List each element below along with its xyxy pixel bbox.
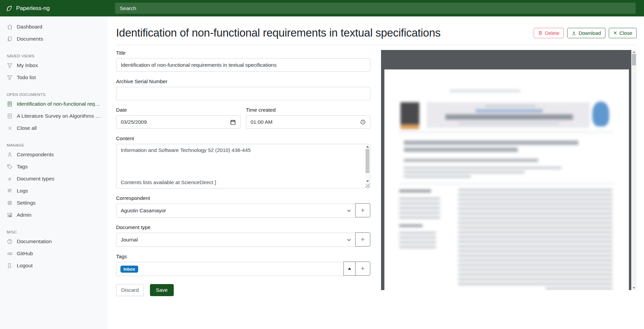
plus-icon: + — [361, 206, 365, 214]
hash-icon: # — [7, 176, 13, 182]
sidebar-item-dashboard[interactable]: Dashboard — [0, 21, 107, 33]
sidebar-item-label: Logout — [17, 263, 33, 269]
chevron-down-icon — [347, 239, 351, 241]
file-text-icon — [7, 101, 13, 107]
chevron-down-icon — [347, 210, 351, 212]
top-navbar: Paperless-ng — [0, 0, 644, 16]
clock-icon[interactable] — [360, 119, 366, 125]
discard-button[interactable]: Discard — [116, 284, 144, 296]
download-button[interactable]: Download — [567, 28, 605, 38]
close-icon — [7, 125, 13, 131]
asn-input[interactable] — [116, 87, 370, 100]
file-text-icon — [7, 113, 13, 119]
close-icon — [613, 31, 617, 35]
sidebar-item-label: GitHub — [17, 251, 33, 257]
publisher-logo — [592, 102, 609, 126]
preview-scroll-down-icon[interactable] — [633, 287, 635, 289]
sidebar-item-label: Tags — [17, 164, 28, 170]
sidebar-item-label: Documents — [17, 36, 43, 42]
add-document-type-button[interactable]: + — [355, 232, 370, 246]
scroll-up-arrow-icon[interactable] — [366, 146, 369, 148]
brand-link[interactable]: Paperless-ng — [0, 0, 113, 16]
sidebar-item-documents[interactable]: Documents — [0, 33, 107, 45]
main-content: Identification of non-functional require… — [107, 16, 644, 329]
sidebar-item-github[interactable]: GitHub — [0, 248, 107, 260]
sidebar-heading-saved-views: SAVED VIEWS — [0, 54, 107, 58]
sidebar-item-correspondents[interactable]: Correspondents — [0, 149, 107, 161]
add-correspondent-button[interactable]: + — [355, 203, 370, 217]
date-label: Date — [116, 107, 240, 113]
search-bar — [113, 0, 644, 16]
sidebar-item-open-document-2[interactable]: A Literature Survey on Algorithms for Mu… — [0, 110, 107, 122]
preview-scroll-up-icon[interactable] — [633, 51, 635, 53]
sidebar-item-label: My Inbox — [17, 62, 38, 68]
documents-icon — [7, 36, 13, 42]
gear-icon — [7, 200, 13, 206]
sidebar: Dashboard Documents SAVED VIEWS My Inbox… — [0, 16, 107, 329]
sidebar-item-logs[interactable]: Logs — [0, 185, 107, 197]
textarea-resize-grip[interactable] — [366, 184, 370, 188]
sidebar-item-logout[interactable]: Logout — [0, 260, 107, 272]
home-icon — [7, 24, 13, 30]
correspondent-label: Correspondent — [116, 195, 370, 201]
sidebar-item-label: Dashboard — [17, 24, 42, 30]
content-scrollbar-thumb[interactable] — [366, 149, 369, 173]
plus-icon: + — [361, 265, 365, 273]
brand-name: Paperless-ng — [16, 5, 50, 12]
sidebar-heading-manage: MANAGE — [0, 143, 107, 147]
tag-badge-inbox[interactable]: Inbox — [120, 266, 138, 273]
caret-up-icon — [348, 268, 351, 270]
sidebar-item-label: Close all — [17, 125, 37, 131]
date-input[interactable]: 03/25/2009 — [116, 115, 240, 129]
sidebar-item-todo-list[interactable]: Todo list — [0, 71, 107, 84]
page-title: Identification of non-functional require… — [116, 26, 440, 39]
tags-field[interactable]: Inbox — [116, 262, 344, 276]
sidebar-item-label: Admin — [17, 212, 32, 218]
journal-cover-thumbnail — [400, 102, 419, 124]
document-header: Identification of non-functional require… — [116, 16, 637, 45]
sidebar-item-admin[interactable]: Admin — [0, 209, 107, 221]
content-scrollbar[interactable] — [365, 145, 370, 183]
question-circle-icon — [7, 238, 13, 244]
preview-scrollbar[interactable] — [631, 50, 637, 290]
preview-page — [384, 69, 629, 290]
sidebar-item-documentation[interactable]: Documentation — [0, 235, 107, 248]
document-type-label: Document type — [116, 224, 370, 230]
title-input[interactable] — [116, 58, 370, 72]
header-actions: Delete Download Close — [534, 28, 637, 38]
delete-button[interactable]: Delete — [534, 28, 564, 38]
document-type-select[interactable]: Journal — [116, 233, 356, 247]
time-created-label: Time created — [246, 107, 370, 113]
search-input[interactable] — [115, 3, 636, 14]
sidebar-item-tags[interactable]: Tags — [0, 161, 107, 173]
content-textarea[interactable]: Information and Software Technology 52 (… — [116, 144, 370, 188]
tags-label: Tags — [116, 254, 370, 260]
leaf-logo-icon — [6, 5, 12, 12]
asn-label: Archive Serial Number — [116, 78, 370, 85]
add-tag-button[interactable]: + — [355, 262, 370, 276]
link-icon — [7, 251, 13, 257]
preview-scrollbar-thumb[interactable] — [632, 54, 636, 65]
calendar-icon[interactable] — [230, 119, 236, 125]
document-edit-form: Title Archive Serial Number Date 03/25/2… — [116, 50, 370, 296]
sidebar-item-open-document-1[interactable]: Identification of non-functional require… — [0, 98, 107, 110]
trash-icon — [538, 31, 543, 36]
sidebar-heading-open-documents: OPEN DOCUMENTS — [0, 93, 107, 97]
correspondent-select[interactable]: Agustin Casamayor — [116, 204, 356, 218]
tag-icon — [7, 164, 13, 170]
title-label: Title — [116, 50, 370, 56]
time-created-input[interactable]: 01:00 AM — [246, 115, 370, 129]
door-icon — [7, 263, 13, 269]
sidebar-item-label: Document types — [17, 176, 54, 182]
content-line-2: Contents lists available at ScienceDirec… — [121, 179, 361, 185]
document-preview — [381, 50, 637, 290]
save-button[interactable]: Save — [150, 284, 174, 296]
tags-dropdown-button[interactable] — [343, 262, 356, 276]
sidebar-item-settings[interactable]: Settings — [0, 197, 107, 209]
filter-icon — [7, 74, 13, 80]
sidebar-item-document-types[interactable]: # Document types — [0, 173, 107, 185]
sidebar-item-close-all[interactable]: Close all — [0, 122, 107, 134]
close-button[interactable]: Close — [609, 28, 637, 38]
scroll-down-arrow-icon[interactable] — [366, 180, 369, 182]
sidebar-item-my-inbox[interactable]: My Inbox — [0, 59, 107, 71]
